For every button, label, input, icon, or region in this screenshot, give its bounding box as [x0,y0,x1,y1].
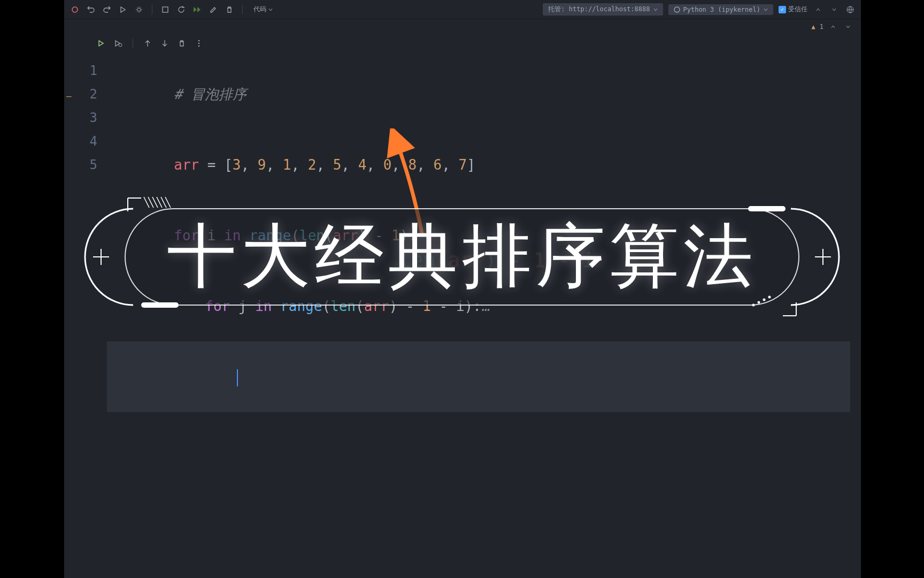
cell-toolbar [64,34,861,52]
svg-line-13 [144,197,149,208]
svg-point-7 [198,43,200,44]
svg-point-1 [137,8,141,11]
svg-point-24 [752,304,755,307]
svg-line-16 [157,197,162,208]
warning-icon: ▲ [812,23,815,31]
warning-bar: ▲ 1 [64,19,861,34]
run-all-icon[interactable] [192,4,203,15]
chevron-down-icon[interactable] [829,4,840,15]
trash-icon[interactable] [224,4,235,15]
debug-icon[interactable] [118,4,128,15]
redo-icon[interactable] [102,4,112,15]
svg-point-27 [768,296,771,299]
kernel-host-badge[interactable]: 托管: http://localhost:8888 [543,3,663,16]
restart-icon[interactable] [176,4,187,15]
clear-icon[interactable] [208,4,219,15]
svg-line-15 [152,197,158,208]
trust-label: 受信任 [788,5,807,14]
line-number: 4 [86,130,107,153]
svg-point-0 [72,7,78,12]
cell-type-dropdown[interactable]: 代码 [250,4,276,15]
chevron-down-icon [653,7,658,12]
move-down-icon[interactable] [160,39,170,48]
line-number: 1 [86,59,107,82]
kernel-host-label: 托管: http://localhost:8888 [548,5,650,14]
chevron-up-icon[interactable] [828,21,838,32]
chevron-down-icon [764,7,768,12]
cell-collapse-icon[interactable]: — [66,91,79,101]
sun-icon[interactable] [134,4,144,15]
main-toolbar: 代码 托管: http://localhost:8888 Python 3 (i… [64,0,861,19]
svg-point-6 [198,40,200,42]
svg-point-25 [758,301,760,304]
svg-line-18 [165,197,171,208]
warning-count: 1 [820,23,823,31]
circle-icon [674,6,680,13]
cell-type-label: 代码 [253,5,266,14]
checkbox-checked-icon: ✓ [779,6,786,13]
move-up-icon[interactable] [143,39,152,48]
delete-cell-icon[interactable] [177,39,187,48]
line-number: 5 [86,153,107,177]
more-icon[interactable] [194,39,204,48]
chevron-up-icon[interactable] [813,4,823,15]
undo-icon[interactable] [86,4,96,15]
chevron-down-icon[interactable] [843,21,853,32]
chevron-down-icon [268,7,273,12]
kernel-name-label: Python 3 (ipykernel) [683,6,761,13]
svg-line-17 [161,197,166,208]
trust-toggle[interactable]: ✓ 受信任 [779,5,807,14]
kernel-name-badge[interactable]: Python 3 (ipykernel) [668,4,774,15]
globe-icon[interactable] [845,4,856,15]
line-number: 2 [86,82,107,106]
record-icon[interactable] [70,4,80,15]
run-cell-icon[interactable] [96,39,106,48]
svg-point-8 [198,45,200,47]
svg-point-5 [119,43,122,47]
line-number: 3 [86,106,107,130]
stop-icon[interactable] [160,4,171,15]
title-text: 十大经典排序算法 [167,210,757,304]
text-cursor [237,369,238,386]
svg-point-3 [674,7,680,12]
code-line-5 [107,341,850,412]
code-line-1: # 冒泡排序 [107,59,850,130]
svg-point-26 [763,299,766,301]
svg-rect-2 [163,7,168,12]
title-overlay: 十大经典排序算法 [64,187,860,326]
debug-cell-icon[interactable] [113,39,123,48]
svg-line-14 [148,197,153,208]
